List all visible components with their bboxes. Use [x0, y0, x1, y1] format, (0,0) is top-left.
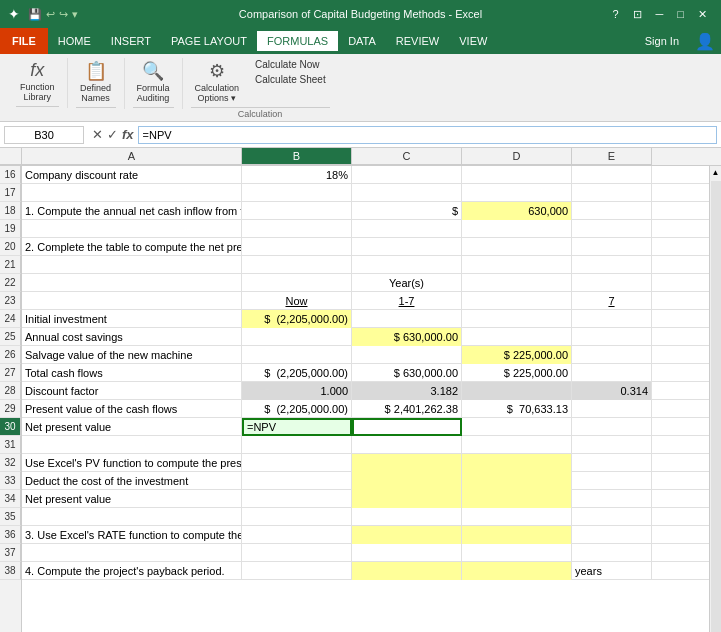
cell-c27[interactable]: $ 630,000.00: [352, 364, 462, 382]
menu-insert[interactable]: INSERT: [101, 31, 161, 51]
cell-d38[interactable]: [462, 562, 572, 580]
insert-function-icon[interactable]: fx: [122, 127, 134, 142]
cell-b35[interactable]: [242, 508, 352, 526]
calculation-options-btn[interactable]: ⚙ CalculationOptions ▾: [191, 58, 244, 105]
cell-a16[interactable]: Company discount rate: [22, 166, 242, 184]
cell-a20[interactable]: 2. Complete the table to compute the net…: [22, 238, 242, 256]
cell-b32[interactable]: [242, 454, 352, 472]
cell-b28[interactable]: 1.000: [242, 382, 352, 400]
cell-c30[interactable]: [352, 418, 462, 436]
cell-c25[interactable]: $ 630,000.00: [352, 328, 462, 346]
cell-e38[interactable]: years: [572, 562, 652, 580]
sign-in-btn[interactable]: Sign In: [635, 35, 689, 47]
cell-b22[interactable]: [242, 274, 352, 292]
cell-a17[interactable]: [22, 184, 242, 202]
scroll-up-btn[interactable]: ▲: [710, 166, 721, 179]
cell-b19[interactable]: [242, 220, 352, 238]
cell-b29[interactable]: $ (2,205,000.00): [242, 400, 352, 418]
cell-e25[interactable]: [572, 328, 652, 346]
file-menu[interactable]: FILE: [0, 28, 48, 54]
cell-d28[interactable]: [462, 382, 572, 400]
cell-e16[interactable]: [572, 166, 652, 184]
cell-a24[interactable]: Initial investment: [22, 310, 242, 328]
cell-d23[interactable]: [462, 292, 572, 310]
cell-e37[interactable]: [572, 544, 652, 562]
cell-a31[interactable]: [22, 436, 242, 454]
cell-c29[interactable]: $ 2,401,262.38: [352, 400, 462, 418]
cell-a25[interactable]: Annual cost savings: [22, 328, 242, 346]
quick-access-undo[interactable]: ↩: [46, 8, 55, 21]
cell-b23[interactable]: Now: [242, 292, 352, 310]
cell-a23[interactable]: [22, 292, 242, 310]
cell-c35[interactable]: [352, 508, 462, 526]
cell-c22[interactable]: Year(s): [352, 274, 462, 292]
cell-c26[interactable]: [352, 346, 462, 364]
cell-d37[interactable]: [462, 544, 572, 562]
quick-access-more[interactable]: ▾: [72, 8, 78, 21]
cell-e27[interactable]: [572, 364, 652, 382]
cell-e19[interactable]: [572, 220, 652, 238]
cell-e28[interactable]: 0.314: [572, 382, 652, 400]
cell-e21[interactable]: [572, 256, 652, 274]
cell-e32[interactable]: [572, 454, 652, 472]
cell-d18[interactable]: 630,000: [462, 202, 572, 220]
cell-b21[interactable]: [242, 256, 352, 274]
close-btn[interactable]: ✕: [692, 6, 713, 23]
cell-b36[interactable]: [242, 526, 352, 544]
cell-e33[interactable]: [572, 472, 652, 490]
cell-d24[interactable]: [462, 310, 572, 328]
cell-c37[interactable]: [352, 544, 462, 562]
cell-d20[interactable]: [462, 238, 572, 256]
menu-home[interactable]: HOME: [48, 31, 101, 51]
cell-c19[interactable]: [352, 220, 462, 238]
cell-b26[interactable]: [242, 346, 352, 364]
calculate-now-btn[interactable]: Calculate Now: [251, 58, 330, 71]
calculate-sheet-btn[interactable]: Calculate Sheet: [251, 73, 330, 86]
cell-e22[interactable]: [572, 274, 652, 292]
cell-d30[interactable]: [462, 418, 572, 436]
cell-d17[interactable]: [462, 184, 572, 202]
cell-d21[interactable]: [462, 256, 572, 274]
cell-a18[interactable]: 1. Compute the annual net cash inflow fr…: [22, 202, 242, 220]
cell-b38[interactable]: [242, 562, 352, 580]
cell-a21[interactable]: [22, 256, 242, 274]
cell-b17[interactable]: [242, 184, 352, 202]
cell-c20[interactable]: [352, 238, 462, 256]
menu-view[interactable]: VIEW: [449, 31, 497, 51]
cell-c34[interactable]: [352, 490, 462, 508]
cell-a28[interactable]: Discount factor: [22, 382, 242, 400]
cell-d31[interactable]: [462, 436, 572, 454]
cell-c18[interactable]: $: [352, 202, 462, 220]
cell-b25[interactable]: [242, 328, 352, 346]
cell-e31[interactable]: [572, 436, 652, 454]
cell-a35[interactable]: [22, 508, 242, 526]
cell-a34[interactable]: Net present value: [22, 490, 242, 508]
cell-d27[interactable]: $ 225,000.00: [462, 364, 572, 382]
help-btn[interactable]: ?: [606, 6, 624, 23]
cancel-formula-icon[interactable]: ✕: [92, 127, 103, 142]
cell-a19[interactable]: [22, 220, 242, 238]
restore-down-btn[interactable]: ⊡: [627, 6, 648, 23]
cell-a30[interactable]: Net present value: [22, 418, 242, 436]
cell-e30[interactable]: [572, 418, 652, 436]
cell-b37[interactable]: [242, 544, 352, 562]
cell-a36[interactable]: 3. Use Excel's RATE function to compute …: [22, 526, 242, 544]
cell-e18[interactable]: [572, 202, 652, 220]
scroll-thumb[interactable]: [711, 181, 721, 632]
cell-d25[interactable]: [462, 328, 572, 346]
cell-e24[interactable]: [572, 310, 652, 328]
maximize-btn[interactable]: □: [671, 6, 690, 23]
cell-b33[interactable]: [242, 472, 352, 490]
cell-e35[interactable]: [572, 508, 652, 526]
formula-auditing-btn[interactable]: 🔍 FormulaAuditing: [133, 58, 174, 105]
cell-e26[interactable]: [572, 346, 652, 364]
cell-b31[interactable]: [242, 436, 352, 454]
quick-access-redo[interactable]: ↪: [59, 8, 68, 21]
cell-c23[interactable]: 1-7: [352, 292, 462, 310]
cell-d32[interactable]: [462, 454, 572, 472]
cell-a37[interactable]: [22, 544, 242, 562]
cell-c36[interactable]: [352, 526, 462, 544]
cell-b18[interactable]: [242, 202, 352, 220]
cell-d33[interactable]: [462, 472, 572, 490]
vertical-scrollbar[interactable]: ▲ ▼: [709, 166, 721, 632]
